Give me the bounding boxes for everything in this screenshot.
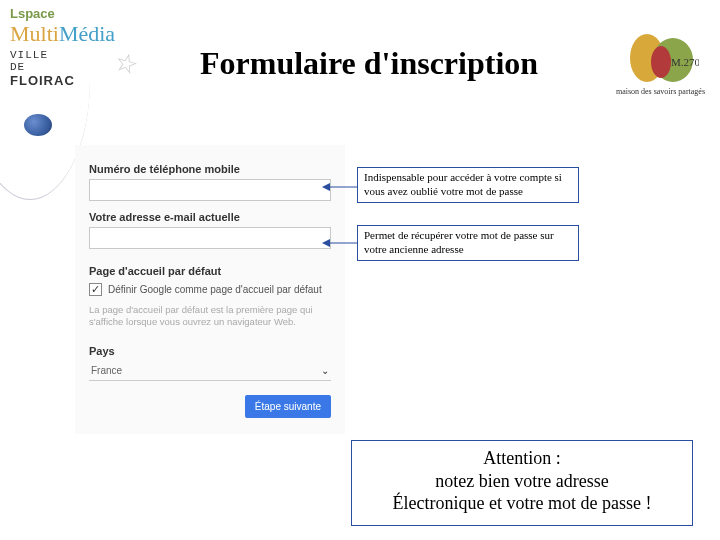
page-title: Formulaire d'inscription	[200, 45, 538, 82]
logo-block: Lspace MultiMédia VILLE DE FLOIRAC ☆	[10, 6, 175, 88]
svg-point-2	[651, 46, 671, 78]
badge-icon: M.270	[621, 30, 699, 85]
attention-line1: Attention :	[360, 447, 684, 470]
signup-form-panel: Numéro de téléphone mobile Votre adresse…	[75, 145, 345, 434]
country-value: France	[91, 365, 122, 376]
attention-line3: Électronique et votre mot de passe !	[360, 492, 684, 515]
logo-ville: VILLE DE	[10, 49, 175, 73]
chevron-down-icon: ⌄	[321, 365, 329, 376]
globe-icon	[24, 114, 52, 136]
callout-email: Permet de récupérer votre mot de passe s…	[357, 225, 579, 261]
checkbox-label: Définir Google comme page d'accueil par …	[108, 284, 322, 295]
badge-m270: M.270 maison des savoirs partagés	[616, 30, 705, 96]
label-email: Votre adresse e-mail actuelle	[89, 211, 331, 223]
badge-label: M.270	[671, 56, 699, 68]
homepage-checkbox-row[interactable]: ✓ Définir Google comme page d'accueil pa…	[89, 283, 331, 296]
next-step-button[interactable]: Étape suivante	[245, 395, 331, 418]
attention-line2: notez bien votre adresse	[360, 470, 684, 493]
label-phone: Numéro de téléphone mobile	[89, 163, 331, 175]
label-homepage-section: Page d'accueil par défaut	[89, 265, 331, 277]
logo-lspace: Lspace	[10, 6, 175, 21]
homepage-hint: La page d'accueil par défaut est la prem…	[89, 304, 331, 329]
country-select[interactable]: France ⌄	[89, 361, 331, 381]
logo-floirac: FLOIRAC	[10, 73, 175, 88]
label-country: Pays	[89, 345, 331, 357]
callout-phone: Indispensable pour accéder à votre compt…	[357, 167, 579, 203]
checkbox-icon[interactable]: ✓	[89, 283, 102, 296]
email-input[interactable]	[89, 227, 331, 249]
logo-multimedia: MultiMédia	[10, 21, 175, 47]
badge-tagline: maison des savoirs partagés	[616, 87, 705, 96]
phone-input[interactable]	[89, 179, 331, 201]
attention-box: Attention : notez bien votre adresse Éle…	[351, 440, 693, 526]
